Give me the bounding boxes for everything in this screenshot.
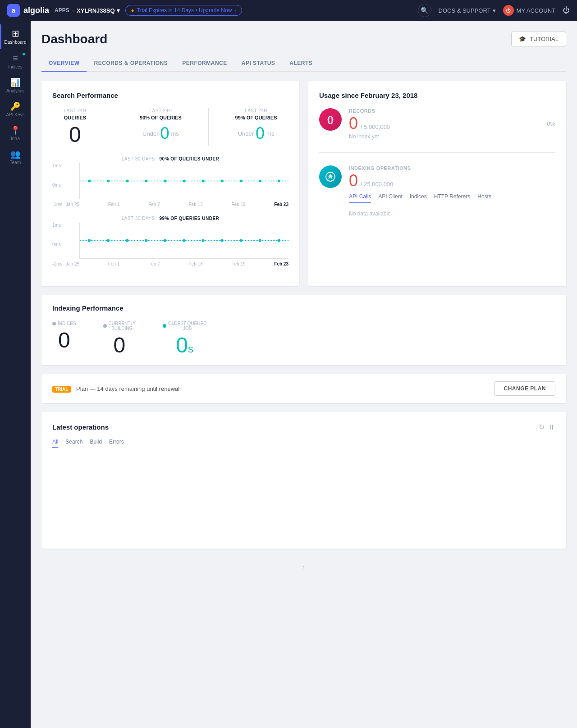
svg-point-18 [183, 239, 185, 242]
search-performance-card: Search Performance LAST 24H QUERIES 0 LA… [41, 81, 299, 286]
p99-number: 0 [256, 124, 265, 143]
tab-records[interactable]: RECORDS & OPERATIONS [87, 55, 175, 72]
chart-90-section: LAST 30 DAYS 90% OF QUERIES UNDER 1ms 0m… [52, 156, 288, 207]
ops-empty-area [52, 448, 555, 538]
records-icon: {} [319, 108, 342, 131]
sidebar-label-infra: Infra [11, 136, 20, 141]
sub-tab-hosts[interactable]: Hosts [477, 191, 491, 203]
team-icon: 👥 [10, 150, 20, 158]
ops-controls: ↻ ⏸ [539, 423, 555, 431]
page-number[interactable]: 1 [302, 565, 305, 572]
svg-point-16 [145, 239, 147, 242]
p99-title: 99% OF QUERIES [235, 115, 277, 120]
records-sub: No index yet [349, 133, 555, 140]
latest-ops-title: Latest operations [52, 423, 109, 431]
trial-info: TRIAL Plan — 14 days remaining until ren… [52, 385, 179, 392]
chart-90-x-labels: Jan 25 Feb 1 Feb 7 Feb 13 Feb 19 Feb 23 [66, 201, 288, 207]
ops-tab-errors[interactable]: Errors [109, 439, 124, 448]
svg-point-11 [278, 180, 280, 183]
indexing-usage-row: INDEXING OPERATIONS 0 / 25,000,000 API C… [319, 165, 555, 233]
building-metric: CURRENTLYBUILDING 0 [103, 321, 136, 356]
tutorial-icon: 🎓 [519, 36, 526, 42]
svg-point-9 [240, 180, 243, 183]
svg-point-1 [88, 180, 91, 183]
chevron-icon: › [72, 7, 74, 14]
sidebar-item-api-keys[interactable]: 🔑 API Keys [0, 98, 31, 122]
trial-badge-inline: TRIAL [52, 386, 71, 393]
logo-area[interactable]: a algolia [7, 4, 49, 17]
svg-point-17 [164, 239, 166, 242]
search-performance-title: Search Performance [52, 92, 288, 99]
chart-99-y-labels: 1ms 0ms -1ms [52, 223, 62, 266]
nav-right: 🔍 DOCS & SUPPORT ▾ ⏻ MY ACCOUNT ⏻ [418, 4, 570, 17]
p90-number: 0 [160, 124, 169, 143]
svg-point-8 [221, 180, 224, 183]
svg-point-6 [183, 180, 185, 183]
ops-tab-search[interactable]: Search [65, 439, 82, 448]
change-plan-button[interactable]: CHANGE PLAN [494, 381, 555, 396]
analytics-icon: 📊 [10, 78, 20, 87]
sidebar-item-team[interactable]: 👥 Team [0, 146, 31, 169]
chart-90-y-labels: 1ms 0ms -1ms [52, 163, 62, 207]
docs-arrow-icon: ▾ [493, 7, 496, 14]
top-navigation: a algolia APPS › XYLRNJ38SQ ▾ ● Trial Ex… [0, 0, 577, 21]
metrics-row: LAST 24H QUERIES 0 LAST 24H 90% OF QUERI… [52, 108, 288, 146]
sub-tab-http-referers[interactable]: HTTP Referers [434, 191, 470, 203]
chart-99-container [79, 223, 288, 259]
queries-last-label: LAST 24H [64, 108, 86, 113]
trial-banner-text: Plan — 14 days remaining until renewal [76, 385, 179, 392]
ops-tab-build[interactable]: Build [90, 439, 102, 448]
tab-overview[interactable]: OVERVIEW [41, 55, 87, 72]
app-name[interactable]: XYLRNJ38SQ ▾ [77, 7, 120, 14]
sidebar-item-analytics[interactable]: 📊 Analytics [0, 74, 31, 98]
search-button[interactable]: 🔍 [418, 4, 431, 17]
tutorial-button[interactable]: 🎓 TUTORIAL [511, 32, 566, 46]
dashboard-icon: ⊞ [12, 29, 19, 38]
sidebar-item-indices[interactable]: ≡ Indices [0, 49, 31, 74]
docs-support-link[interactable]: DOCS & SUPPORT ▾ [439, 7, 496, 14]
main-content: Dashboard 🎓 TUTORIAL OVERVIEW RECORDS & … [31, 21, 577, 728]
records-details: RECORDS 0 / 5,000,000 0% No index yet [349, 108, 555, 140]
power-button[interactable]: ⏻ [563, 6, 570, 14]
latest-operations-card: Latest operations ↻ ⏸ All Search Build E… [41, 412, 566, 549]
trial-badge[interactable]: ● Trial Expires in 14 Days • Upgrade Now… [125, 5, 243, 16]
sidebar-label-team: Team [10, 160, 21, 165]
refresh-icon[interactable]: ↻ [539, 423, 545, 431]
ops-tab-all[interactable]: All [52, 439, 58, 448]
latest-ops-header: Latest operations ↻ ⏸ [52, 423, 555, 431]
oldest-big-value: 0s [163, 334, 206, 356]
indices-metric-label: INDICES [52, 321, 76, 326]
p99-value: Under 0 ms [235, 124, 277, 143]
indices-icon: ≡ [13, 54, 18, 63]
tab-api-status[interactable]: API STATUS [234, 55, 283, 72]
pagination: 1 [41, 558, 566, 579]
apps-label[interactable]: APPS [55, 7, 69, 14]
dropdown-arrow-icon: ▾ [117, 7, 120, 14]
sub-tab-indices[interactable]: Indices [410, 191, 427, 203]
indexing-details: INDEXING OPERATIONS 0 / 25,000,000 API C… [349, 165, 555, 220]
chart-99-x-labels: Jan 25 Feb 1 Feb 7 Feb 13 Feb 19 Feb 23 [66, 261, 288, 266]
indexing-metrics-row: INDICES 0 CURRENTLYBUILDING 0 OLDEST QUE… [52, 321, 555, 356]
account-link[interactable]: ⏻ MY ACCOUNT [503, 5, 555, 16]
records-limit: / 5,000,000 [361, 124, 390, 130]
indices-big-value: 0 [52, 330, 76, 351]
sidebar: ⊞ Dashboard ≡ Indices 📊 Analytics 🔑 API … [0, 21, 31, 728]
usage-title: Usage since February 23, 2018 [319, 92, 555, 99]
account-icon: ⏻ [503, 5, 514, 16]
tab-performance[interactable]: PERFORMANCE [175, 55, 234, 72]
sidebar-item-dashboard[interactable]: ⊞ Dashboard [0, 24, 31, 49]
chart-90-container [79, 163, 288, 199]
oldest-dot [163, 324, 166, 328]
sub-tab-api-client[interactable]: API Client [378, 191, 402, 203]
records-value-row: 0 / 5,000,000 0% [349, 115, 555, 132]
indexing-performance-card: Indexing Performance INDICES 0 CURRENTLY… [41, 295, 566, 365]
tab-alerts[interactable]: ALERTS [282, 55, 320, 72]
indexing-value: 0 [349, 173, 358, 189]
dashboard-grid: Search Performance LAST 24H QUERIES 0 LA… [41, 81, 566, 365]
p90-metric: LAST 24H 90% OF QUERIES Under 0 ms [140, 108, 182, 146]
svg-point-19 [201, 239, 204, 242]
sub-tab-api-calls[interactable]: API Calls [349, 191, 371, 203]
pause-icon[interactable]: ⏸ [548, 423, 555, 431]
sidebar-item-infra[interactable]: 📍 Infra [0, 122, 31, 146]
svg-point-2 [107, 180, 110, 183]
